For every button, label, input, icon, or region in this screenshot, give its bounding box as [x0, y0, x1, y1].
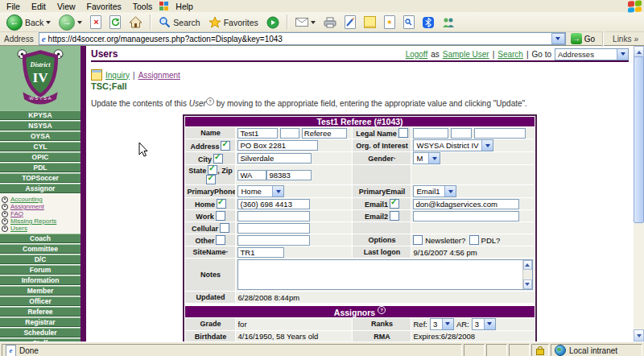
home-phone-input[interactable]: [237, 199, 310, 209]
messenger-button[interactable]: [439, 14, 458, 31]
research-button[interactable]: [400, 14, 418, 31]
assignors-help-icon[interactable]: ?: [378, 306, 386, 314]
sidebar-item-opic[interactable]: OPIC: [0, 152, 80, 162]
legal-last-input[interactable]: [474, 128, 526, 139]
sidebar-item-committee[interactable]: Committee: [0, 244, 80, 254]
gender-select[interactable]: M: [413, 152, 440, 164]
print-button[interactable]: [320, 14, 340, 31]
menu-help[interactable]: Help: [170, 2, 199, 11]
sidebar-subitem-users[interactable]: Users: [2, 225, 80, 232]
other-phone-input[interactable]: [237, 235, 310, 246]
cellular-checkbox[interactable]: [220, 223, 229, 233]
home-button[interactable]: [126, 14, 146, 31]
city-checkbox[interactable]: [213, 154, 223, 164]
home-checkbox[interactable]: [217, 199, 226, 209]
media-button[interactable]: [263, 14, 283, 31]
legal-name-checkbox[interactable]: [398, 128, 408, 138]
menu-favorites[interactable]: Favorites: [81, 2, 127, 11]
ref-rank-select[interactable]: 3: [430, 318, 454, 330]
address-input[interactable]: [237, 140, 318, 151]
help-icon[interactable]: ?: [206, 97, 214, 106]
goto-select[interactable]: Addresses: [555, 48, 629, 60]
address-checkbox[interactable]: [221, 141, 230, 151]
sidebar-subitem-faq[interactable]: FAQ: [2, 210, 80, 217]
mail-button[interactable]: [292, 14, 319, 31]
bluetooth-button[interactable]: [419, 14, 437, 31]
menu-addon-icon[interactable]: [159, 2, 168, 10]
other-checkbox[interactable]: [216, 235, 225, 245]
notes-textarea[interactable]: [237, 259, 532, 290]
sidebar-item-member[interactable]: Member: [0, 286, 80, 296]
refresh-button[interactable]: [106, 14, 124, 31]
sidebar-item-kpysa[interactable]: KPYSA: [0, 110, 80, 120]
primary-phone-select[interactable]: Home: [237, 185, 284, 197]
scroll-up-icon[interactable]: [523, 260, 532, 270]
legal-middle-input[interactable]: [451, 128, 472, 139]
sidebar-item-coach[interactable]: Coach: [0, 234, 80, 243]
email1-checkbox[interactable]: [390, 199, 399, 209]
newsletter-checkbox[interactable]: [413, 235, 423, 245]
inquiry-link[interactable]: Inquiry: [105, 71, 130, 80]
sidebar-subitem-accounting[interactable]: Accounting: [2, 196, 80, 203]
edit-button[interactable]: [341, 14, 359, 31]
sidebar-item-referee[interactable]: Referee: [0, 307, 80, 317]
scrollbar-thumb[interactable]: [634, 56, 644, 223]
zip-input[interactable]: [266, 170, 312, 180]
sidebar-item-pdl[interactable]: PDL: [0, 163, 80, 172]
cellular-input[interactable]: [237, 223, 310, 234]
email2-input[interactable]: [413, 211, 519, 221]
sitename-input[interactable]: [237, 247, 284, 258]
name-middle-input[interactable]: [280, 128, 299, 139]
favorites-add-button[interactable]: ★: [381, 14, 398, 31]
sidebar-item-information[interactable]: Information: [0, 275, 80, 285]
org-select[interactable]: WSYSA District IV: [413, 139, 493, 151]
name-first-input[interactable]: [237, 128, 278, 139]
sample-user-link[interactable]: Sample User: [443, 50, 489, 59]
address-input[interactable]: e https://d4soccer.org/manageusers.php?a…: [39, 32, 566, 45]
vertical-scrollbar[interactable]: [634, 46, 644, 342]
city-input[interactable]: [237, 153, 312, 164]
ar-rank-select[interactable]: 3: [472, 318, 496, 330]
sidebar-item-dc[interactable]: D/C: [0, 255, 80, 264]
email1-input[interactable]: [413, 199, 519, 209]
sidebar-item-oysa[interactable]: OYSA: [0, 131, 80, 141]
sidebar-item-cyl[interactable]: CYL: [0, 142, 80, 151]
menu-view[interactable]: View: [52, 2, 81, 11]
sidebar-item-officer[interactable]: Officer: [0, 296, 80, 306]
menu-tools[interactable]: Tools: [127, 2, 159, 11]
zip-checkbox[interactable]: [206, 175, 216, 184]
back-button[interactable]: ← Back: [3, 14, 54, 31]
work-phone-input[interactable]: [237, 211, 310, 221]
forward-button[interactable]: →: [56, 14, 85, 31]
state-input[interactable]: [237, 170, 266, 180]
work-checkbox[interactable]: [216, 211, 225, 221]
scroll-down-icon[interactable]: [523, 279, 532, 289]
sidebar-item-staff[interactable]: Staff: [0, 338, 80, 342]
sidebar-item-scheduler[interactable]: Scheduler: [0, 328, 80, 337]
assignment-link[interactable]: Assignment: [138, 71, 180, 80]
search-link[interactable]: Search: [497, 50, 523, 59]
sidebar-item-nsysa[interactable]: NSYSA: [0, 121, 80, 130]
go-button[interactable]: → Go: [569, 33, 597, 44]
menu-file[interactable]: File: [1, 2, 26, 11]
sidebar-item-topsoccer[interactable]: TOPSoccer: [0, 173, 80, 183]
sidebar-item-registrar[interactable]: Registrar: [0, 317, 80, 327]
favorites-button[interactable]: Favorites: [205, 14, 262, 31]
primary-email-select[interactable]: Email1: [413, 185, 456, 197]
logoff-link[interactable]: Logoff: [406, 50, 428, 59]
pdl-checkbox[interactable]: [469, 235, 479, 245]
notes-scrollbar[interactable]: [522, 260, 532, 289]
sidebar-item-forum[interactable]: Forum: [0, 265, 80, 275]
sidebar-item-assignor[interactable]: Assignor: [0, 184, 80, 193]
stop-button[interactable]: ×: [87, 14, 105, 31]
name-last-input[interactable]: [302, 128, 347, 139]
notes-button[interactable]: [361, 14, 379, 31]
address-dropdown-button[interactable]: [551, 33, 565, 44]
scrollbar-down-button[interactable]: [634, 329, 644, 342]
links-button[interactable]: Links »: [609, 35, 642, 43]
search-button[interactable]: Search: [155, 14, 203, 31]
sidebar-subitem-missing-reports[interactable]: Missing Reports: [2, 217, 80, 225]
menu-edit[interactable]: Edit: [26, 2, 52, 11]
email2-checkbox[interactable]: [390, 211, 399, 221]
legal-first-input[interactable]: [413, 128, 448, 139]
